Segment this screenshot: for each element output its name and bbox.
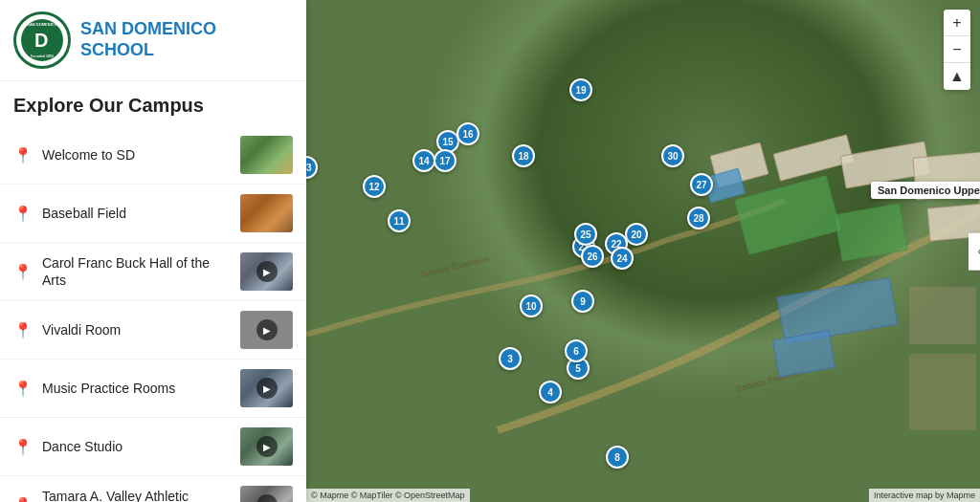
location-pin-icon: 📍: [13, 438, 33, 456]
map-pin-18[interactable]: 18: [512, 144, 535, 167]
school-logo: D SAN DOMENICO Founded 1850: [13, 11, 71, 69]
location-pin-icon: 📍: [13, 380, 33, 398]
list-item[interactable]: 📍 Music Practice Rooms ▶: [0, 360, 306, 418]
svg-text:Founded 1850: Founded 1850: [31, 55, 54, 58]
item-label: Welcome to SD: [42, 146, 231, 164]
map-pin-14[interactable]: 14: [412, 149, 435, 172]
logo-letter: D SAN DOMENICO Founded 1850: [21, 19, 63, 61]
map-pin-10[interactable]: 10: [520, 295, 543, 317]
item-label: Music Practice Rooms: [42, 380, 231, 397]
map-pin-4[interactable]: 4: [539, 381, 562, 404]
zoom-in-button[interactable]: +: [944, 10, 970, 36]
list-item[interactable]: 📍 Tamara A. Valley Athletic Center ▶: [0, 476, 306, 502]
play-button[interactable]: ▶: [256, 261, 278, 282]
item-label: Tamara A. Valley Athletic Center: [42, 488, 231, 502]
item-thumbnail[interactable]: [240, 136, 293, 174]
item-thumbnail[interactable]: ▶: [240, 311, 293, 349]
location-pin-icon: 📍: [13, 496, 33, 503]
map-pin-19[interactable]: 19: [569, 78, 592, 101]
play-button[interactable]: ▶: [256, 378, 278, 399]
map-pin-30[interactable]: 30: [661, 144, 684, 167]
item-label: Dance Studio: [42, 438, 231, 455]
map-attribution: © Mapme © MapTiler © OpenStreetMap Inter…: [306, 489, 980, 502]
map-pin-11[interactable]: 11: [388, 209, 411, 232]
attribution-left: © Mapme © MapTiler © OpenStreetMap: [306, 489, 470, 502]
upper-school-building: [912, 148, 980, 200]
map-pin-3[interactable]: 3: [499, 347, 522, 370]
reset-bearing-button[interactable]: ▲: [944, 63, 970, 90]
item-label: Baseball Field: [42, 205, 231, 222]
item-thumbnail[interactable]: ▶: [240, 427, 293, 466]
list-item[interactable]: 📍 Baseball Field: [0, 185, 306, 243]
map-pin-20[interactable]: 20: [625, 223, 648, 246]
svg-text:SAN DOMENICO: SAN DOMENICO: [27, 22, 57, 27]
item-thumbnail[interactable]: ▶: [240, 486, 293, 502]
play-button[interactable]: ▶: [256, 494, 278, 502]
list-item[interactable]: 📍 Carol Franc Buck Hall of the Arts ▶: [0, 243, 306, 301]
item-label: Carol Franc Buck Hall of the Arts: [42, 254, 231, 289]
location-pin-icon: 📍: [13, 321, 33, 339]
map-pin-27[interactable]: 27: [690, 173, 713, 196]
sidebar-header: D SAN DOMENICO Founded 1850 SAN DOMENICO…: [0, 0, 306, 81]
play-button[interactable]: ▶: [256, 319, 278, 340]
item-thumbnail[interactable]: ▶: [240, 252, 293, 291]
map-pin-25[interactable]: 25: [574, 223, 597, 246]
list-item[interactable]: 📍 Welcome to SD: [0, 126, 306, 185]
play-button[interactable]: ▶: [256, 436, 278, 457]
item-thumbnail[interactable]: ▶: [240, 369, 293, 407]
map-pin-17[interactable]: 17: [434, 149, 457, 172]
location-pin-icon: 📍: [13, 205, 33, 223]
item-label: Vivaldi Room: [42, 321, 231, 338]
map-pin-26[interactable]: 26: [581, 245, 604, 268]
map-pin-6[interactable]: 6: [565, 339, 588, 362]
map-pin-9[interactable]: 9: [571, 290, 594, 313]
svg-text:D: D: [34, 30, 48, 51]
location-pin-icon: 📍: [13, 263, 33, 281]
zoom-out-button[interactable]: −: [944, 36, 970, 63]
item-thumbnail[interactable]: [240, 194, 293, 232]
map-pin-8[interactable]: 8: [606, 446, 629, 469]
explore-title: Explore Our Campus: [0, 81, 306, 126]
campus-list: 📍 Welcome to SD 📍 Baseball Field 📍 Carol…: [0, 126, 306, 502]
map-pin-28[interactable]: 28: [687, 207, 710, 229]
map-controls: + − ▲: [944, 10, 970, 90]
location-pin-icon: 📍: [13, 146, 33, 164]
map-pin-24[interactable]: 24: [611, 247, 634, 270]
list-item[interactable]: 📍 Dance Studio ▶: [0, 418, 306, 476]
sidebar: D SAN DOMENICO Founded 1850 SAN DOMENICO…: [0, 0, 306, 502]
map-pin-16[interactable]: 16: [457, 122, 479, 145]
map-container[interactable]: Solstice Extension Solstice Extension Sa…: [306, 0, 980, 502]
map-pin-12[interactable]: 12: [363, 175, 386, 198]
list-item[interactable]: 📍 Vivaldi Room ▶: [0, 301, 306, 360]
attribution-right: Interactive map by Mapme: [869, 489, 980, 502]
school-name: SAN DOMENICO SCHOOL: [80, 19, 293, 60]
